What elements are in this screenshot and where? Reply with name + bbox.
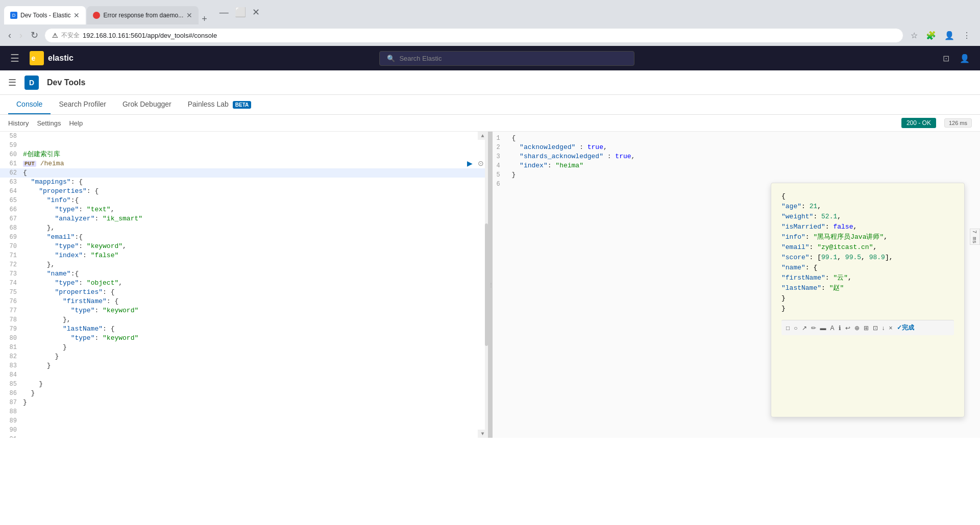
output-line-5: 5 } [497, 170, 976, 180]
address-bar[interactable]: ⚠ 不安全 192.168.10.161:5601/app/dev_tools#… [44, 28, 903, 43]
tab-dev-tools[interactable]: D Dev Tools - Elastic ✕ [4, 6, 86, 24]
browser-maximize[interactable]: ⬜ [233, 5, 248, 20]
editor-scrollbar[interactable] [485, 132, 488, 438]
app-nav: ☰ D Dev Tools [0, 70, 980, 95]
status-badge: 200 - OK [901, 118, 936, 128]
path-heima: /heima [40, 160, 64, 167]
line-num-85: 85 [0, 380, 23, 389]
forward-button[interactable]: › [17, 28, 24, 43]
user-avatar-button[interactable]: 👤 [958, 52, 972, 65]
tab-search-profiler[interactable]: Search Profiler [51, 95, 114, 114]
line-63: 63 "mappings": { [0, 178, 488, 187]
line-num-62: 62 [0, 168, 23, 178]
line-num-66: 66 [0, 205, 23, 214]
popup-line-firstname: "firstName": "云", [781, 273, 954, 283]
popup-tool-complete[interactable]: ✓完成 [895, 322, 916, 333]
line-content-79: "lastName": { [23, 324, 488, 334]
out-content-1: { [512, 134, 976, 143]
tab-close-error[interactable]: ✕ [186, 12, 192, 19]
hamburger-button[interactable]: ☰ [8, 77, 16, 88]
popup-line-lastname: "lastName": "赵" [781, 283, 954, 293]
browser-close[interactable]: ✕ [250, 5, 262, 20]
line-num-76: 76 [0, 297, 23, 306]
elastic-search-bar[interactable]: 🔍 Search Elastic [379, 51, 634, 66]
line-content-68: }, [23, 223, 488, 233]
line-72: 72 }, [0, 260, 488, 269]
line-num-70: 70 [0, 242, 23, 251]
out-num-3: 3 [497, 152, 512, 161]
tab-close-devtools[interactable]: ✕ [74, 12, 80, 19]
method-put: PUT [23, 161, 36, 167]
popup-tool-circle[interactable]: ○ [792, 323, 799, 333]
scroll-up-arrow[interactable]: ▲ [478, 132, 488, 140]
help-link[interactable]: Help [69, 119, 83, 127]
popup-tool-grid1[interactable]: ⊕ [853, 323, 861, 333]
fullscreen-button[interactable]: ⊡ [941, 52, 951, 65]
copy-button[interactable]: ⊙ [478, 159, 484, 167]
line-num-88: 88 [0, 407, 23, 416]
line-num-91: 91 [0, 435, 23, 438]
line-78: 78 }, [0, 315, 488, 324]
line-num-73: 73 [0, 269, 23, 279]
new-tab-button[interactable]: + [200, 14, 209, 24]
out-num-4: 4 [497, 161, 512, 170]
browser-minimize[interactable]: — [217, 5, 231, 20]
bookmark-button[interactable]: ☆ [908, 29, 921, 42]
output-pane[interactable]: 1 { 2 "acknowledged" : true, 3 "shards_a… [493, 132, 981, 438]
popup-tool-download[interactable]: ↓ [880, 323, 887, 333]
url-text: 192.168.10.161:5601/app/dev_tools#/conso… [83, 32, 217, 39]
extensions-button[interactable]: 🧩 [923, 29, 939, 42]
tab-title-error: Error response from daemo... [103, 12, 183, 19]
line-content-72: }, [23, 260, 488, 269]
tab-error[interactable]: Error response from daemo... ✕ [87, 6, 199, 24]
editor-pane[interactable]: 58 59 60 #创建索引库 61 PUT /heima ▶ ⊙ 62 { [0, 132, 489, 438]
line-81: 81 } [0, 343, 488, 352]
tab-painless-lab[interactable]: Painless Lab BETA [180, 95, 260, 114]
popup-tool-undo[interactable]: ↩ [844, 323, 852, 333]
line-61[interactable]: 61 PUT /heima ▶ ⊙ [0, 159, 488, 168]
popup-tool-grid2[interactable]: ⊞ [862, 323, 870, 333]
history-link[interactable]: History [8, 119, 29, 127]
line-num-89: 89 [0, 416, 23, 426]
popup-tool-pen[interactable]: ✏ [810, 323, 818, 333]
line-71: 71 "index": "false" [0, 251, 488, 260]
elastic-menu-button[interactable]: ☰ [8, 50, 21, 66]
line-content-81: } [23, 343, 488, 352]
popup-line-ismarried: "isMarried": false, [781, 222, 954, 232]
menu-button[interactable]: ⋮ [960, 29, 974, 42]
profile-button[interactable]: 👤 [941, 29, 958, 42]
browser-address-row: ‹ › ↻ ⚠ 不安全 192.168.10.161:5601/app/dev_… [0, 24, 980, 46]
line-content-67: "analyzer": "ik_smart" [23, 214, 488, 223]
back-button[interactable]: ‹ [6, 28, 13, 43]
line-content-85: } [23, 380, 488, 389]
response-time: 126 ms [944, 118, 972, 128]
run-button[interactable]: ▶ [467, 159, 473, 167]
tab-console[interactable]: Console [8, 95, 51, 114]
beta-badge: BETA [233, 101, 251, 109]
popup-toolbar: □ ○ ↗ ✏ ▬ A ℹ ↩ ⊕ ⊞ ⊡ ↓ × ✓完成 [781, 320, 954, 335]
settings-link[interactable]: Settings [37, 119, 61, 127]
popup-tool-info[interactable]: ℹ [837, 323, 843, 333]
security-label: 不安全 [61, 31, 80, 40]
line-num-67: 67 [0, 214, 23, 223]
tab-grok-debugger[interactable]: Grok Debugger [114, 95, 180, 114]
popup-tool-text[interactable]: A [829, 323, 836, 333]
popup-line-name: "name": { [781, 263, 954, 273]
popup-content: { "age": 21, "weight": 52.1, "isMarried"… [781, 191, 954, 314]
out-num-5: 5 [497, 170, 512, 180]
browser-tabs: D Dev Tools - Elastic ✕ Error response f… [4, 0, 209, 24]
line-num-86: 86 [0, 389, 23, 398]
reload-button[interactable]: ↻ [29, 28, 40, 43]
popup-tool-rect[interactable]: □ [785, 323, 791, 333]
line-num-82: 82 [0, 352, 23, 361]
elastic-logo-icon: e [30, 51, 44, 65]
scrollbar-thumb[interactable] [485, 223, 488, 346]
elastic-brand-name: elastic [48, 54, 74, 63]
popup-tool-bar[interactable]: ▬ [819, 323, 828, 333]
out-content-3: "shards_acknowledged" : true, [512, 152, 976, 161]
popup-tool-close[interactable]: × [888, 323, 894, 333]
popup-tool-arrow[interactable]: ↗ [800, 323, 808, 333]
line-num-71: 71 [0, 251, 23, 260]
popup-tool-grid3[interactable]: ⊡ [871, 323, 879, 333]
scroll-down-arrow[interactable]: ▼ [478, 430, 488, 438]
